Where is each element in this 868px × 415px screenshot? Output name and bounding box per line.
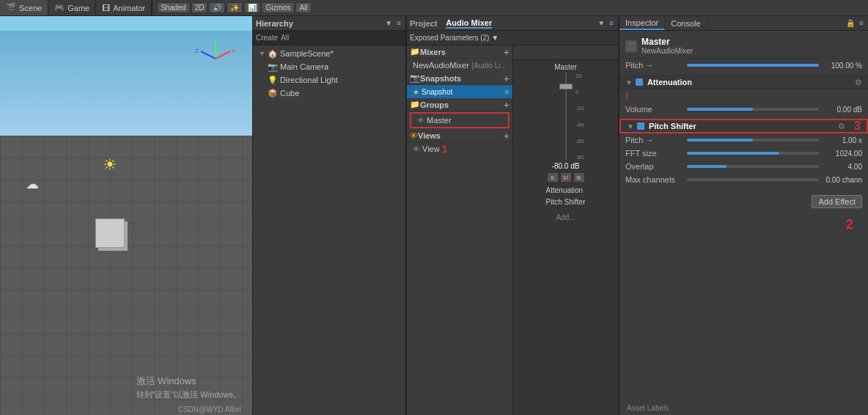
mixer-item-master[interactable]: 👁 Master <box>411 114 508 127</box>
audio-mixer-menu[interactable]: ≡ <box>608 19 615 27</box>
inspector-tab[interactable]: Inspector <box>619 16 665 30</box>
max-channels-slider[interactable] <box>687 178 819 181</box>
audio-mixer-controls: ▼ ≡ <box>596 19 615 27</box>
inspector-panel: Inspector Console 🔒 ≡ 🎵 Master NewAudioM… <box>619 16 868 415</box>
volume-slider[interactable] <box>687 108 819 111</box>
groups-folder-icon: 📁 <box>410 100 420 109</box>
master-group-border: 👁 Master <box>410 112 510 128</box>
project-audio-header: Project Audio Mixer ▼ ≡ <box>407 16 618 31</box>
snapshot-star-icon: ★ <box>413 88 419 96</box>
add-effect-button[interactable]: Add Effect <box>812 195 862 208</box>
pitch-shifter-gear-icon[interactable]: ⚙ <box>838 122 845 131</box>
top-bar: 🎬 Scene 🎮 Game 🎞 Animator Shaded 2D 🔊 ✨ … <box>0 0 868 16</box>
channel-label: Master <box>554 63 577 71</box>
console-tab[interactable]: Console <box>665 16 707 30</box>
animator-tab-label: Animator <box>113 4 145 12</box>
db-value-text: -80.0 dB <box>552 162 580 170</box>
pitch-slider[interactable] <box>687 64 819 67</box>
hierarchy-panel: Hierarchy ▼ ≡ Create All ▼ 🏠 SampleScene… <box>252 16 406 415</box>
main-area: ☀ ☁ X Y Z 激活 Windows 转到"设置"以激活 Windows。 … <box>0 16 868 415</box>
volume-slider-fill <box>687 108 753 111</box>
svg-text:Y: Y <box>214 37 218 40</box>
inspector-object-name: Master <box>641 37 693 47</box>
hierarchy-lock-btn[interactable]: ▼ <box>383 19 394 27</box>
channel-fader[interactable]: 20 0 -20 -40 -60 -80 <box>548 73 584 161</box>
groups-title: Groups <box>420 100 449 109</box>
audio-btn[interactable]: 🔊 <box>209 2 225 13</box>
hierarchy-menu-btn[interactable]: ≡ <box>395 19 402 27</box>
add-label[interactable]: Add... <box>556 213 575 221</box>
vfx-btn[interactable]: ✨ <box>227 2 243 13</box>
volume-label: Volume <box>625 105 684 114</box>
hierarchy-all-label: All <box>281 34 289 42</box>
attenuation-gear-icon[interactable]: ⚙ <box>855 78 862 87</box>
scene-tools: Shaded 2D 🔊 ✨ 📊 Gizmos All <box>152 2 315 13</box>
annotation-2: 2 <box>846 217 853 232</box>
views-section-header: 👁 Views + <box>407 129 512 142</box>
mixer-item-newaudiomixer[interactable]: NewAudioMixer (Audio Li... <box>407 59 512 72</box>
inspector-menu-btn[interactable]: ≡ <box>858 19 865 27</box>
pitch-shifter-pitch-slider[interactable] <box>687 139 819 142</box>
views-add-btn[interactable]: + <box>504 131 510 141</box>
hierarchy-item-samplescene[interactable]: ▼ 🏠 SampleScene* <box>253 47 405 60</box>
gizmos-btn[interactable]: Gizmos <box>262 2 294 13</box>
hierarchy-item-directionallight[interactable]: 💡 Directional Light <box>253 73 405 87</box>
exposed-params-bar[interactable]: Exposed Parameters (2) ▼ <box>407 31 618 45</box>
channel-btn-b[interactable]: B <box>573 172 585 183</box>
max-channels-row: Max channels 0.00 chann <box>619 173 868 186</box>
pitch-shifter-header: ▼ Pitch Shifter ⚙ 3 <box>619 119 868 133</box>
fft-fill <box>687 152 779 155</box>
inspector-tab-label: Inspector <box>625 18 658 27</box>
master-item-label: Master <box>427 116 452 125</box>
tab-scene[interactable]: 🎬 Scene <box>0 0 48 15</box>
snapshot-close-btn[interactable]: ✕ <box>504 88 510 96</box>
fft-slider[interactable] <box>687 152 819 155</box>
audio-mixer-tab[interactable]: Audio Mixer <box>446 18 492 29</box>
channel-btn-s[interactable]: S <box>547 172 559 183</box>
scene-tab-label: Scene <box>19 4 42 12</box>
scene-icon: 🎬 <box>6 3 16 12</box>
exposed-params-label: Exposed Parameters (2) ▼ <box>410 34 499 42</box>
views-folder-icon: 👁 <box>410 131 418 140</box>
project-tab[interactable]: Project <box>410 19 437 28</box>
channel-btn-m[interactable]: M <box>560 172 572 183</box>
samplescene-label: SampleScene* <box>280 49 334 58</box>
add-effect-area: Add Effect 2 <box>619 189 868 214</box>
inspector-object-info: Master NewAudioMixer <box>641 37 693 55</box>
shading-btn[interactable]: Shaded <box>157 2 189 13</box>
db-marks: 20 0 -20 -40 -60 -80 <box>575 73 584 161</box>
snapshots-folder-icon: 📷 <box>410 73 420 83</box>
mixer-item-view[interactable]: 👁 View 1 <box>407 142 512 155</box>
inspector-lock-btn[interactable]: 🔒 <box>845 19 856 27</box>
pitch-shifter-pitch-row: Pitch → 1.00 x <box>619 133 868 147</box>
2d-btn[interactable]: 2D <box>191 2 208 13</box>
pitch-shifter-title: Pitch Shifter <box>649 122 696 131</box>
groups-add-btn[interactable]: + <box>504 100 510 110</box>
stats-btn[interactable]: 📊 <box>244 2 260 13</box>
overlap-slider[interactable] <box>687 165 819 168</box>
pitch-shifter-toggle[interactable]: ▼ <box>627 122 634 131</box>
hierarchy-search-bar[interactable]: Create All <box>253 31 405 45</box>
cube-icon: 📦 <box>268 89 278 98</box>
snapshot-item-snapshot[interactable]: ★ Snapshot ✕ <box>407 85 512 98</box>
inspector-controls: 🔒 ≡ <box>845 19 865 27</box>
csdn-watermark: CSDN@WYD Allori <box>178 405 241 414</box>
attenuation-section: ▼ Attenuation ⚙ ! Volume 0.00 dB <box>619 75 868 116</box>
snapshots-add-btn[interactable]: + <box>504 73 510 84</box>
tab-game[interactable]: 🎮 Game <box>48 0 96 15</box>
hierarchy-item-cube[interactable]: 📦 Cube <box>253 87 405 100</box>
effect-attenuation[interactable]: Attenuation <box>545 184 587 196</box>
all-btn[interactable]: All <box>295 2 311 13</box>
attenuation-toggle[interactable]: ▼ <box>625 78 633 87</box>
mixer-left-panel: 📁 Mixers + NewAudioMixer (Audio Li... 📷 … <box>407 45 513 415</box>
scene-view[interactable]: ☀ ☁ X Y Z 激活 Windows 转到"设置"以激活 Windows。 … <box>0 16 252 415</box>
tab-animator[interactable]: 🎞 Animator <box>96 0 152 15</box>
fader-handle[interactable] <box>559 84 573 89</box>
audio-mixer-content: 📁 Mixers + NewAudioMixer (Audio Li... 📷 … <box>407 45 618 415</box>
mixers-add-btn[interactable]: + <box>504 47 510 57</box>
overlap-fill <box>687 165 727 168</box>
hierarchy-item-maincamera[interactable]: 📷 Main Camera <box>253 60 405 73</box>
audio-mixer-lock[interactable]: ▼ <box>596 19 606 27</box>
effect-pitchshifter[interactable]: Pitch Shifter <box>545 196 587 208</box>
exclamation-icon: ! <box>625 90 629 102</box>
